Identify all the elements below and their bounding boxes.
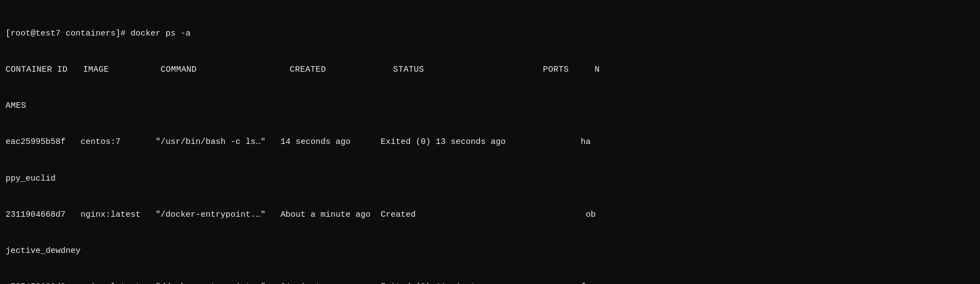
table-header-names: AMES — [6, 100, 974, 112]
table-row: e785459638d9 nginx:latest "/docker-entry… — [6, 281, 974, 284]
created-14sec: 14 seconds ago — [281, 137, 351, 147]
line-initial-truncated: [root@test7 containers]# docker ps -a — [6, 28, 974, 40]
status-created: Created — [381, 210, 416, 220]
table-row-cont2: jective_dewdney — [6, 245, 974, 257]
table-header-first: CONTAINER ID IMAGE COMMAND CREATED STATU… — [6, 64, 974, 76]
table-row: eac25995b58f centos:7 "/usr/bin/bash -c … — [6, 136, 974, 148]
table-row-cont1: ppy_euclid — [6, 173, 974, 185]
terminal-window: [root@test7 containers]# docker ps -a CO… — [6, 3, 974, 284]
table-row: 2311904668d7 nginx:latest "/docker-entry… — [6, 209, 974, 221]
